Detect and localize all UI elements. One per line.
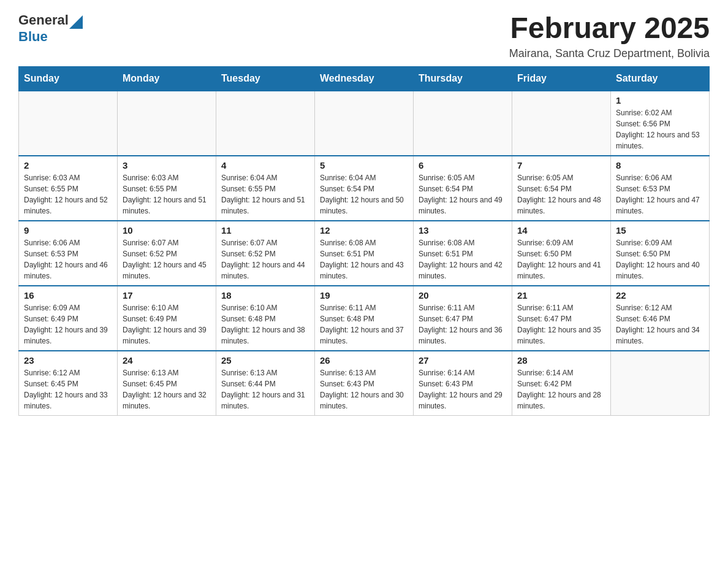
logo-general-text: General Blue	[18, 12, 83, 45]
day-number: 3	[123, 160, 211, 170]
calendar-table: SundayMondayTuesdayWednesdayThursdayFrid…	[18, 66, 710, 416]
weekday-header-sunday: Sunday	[19, 66, 118, 91]
day-info: Sunrise: 6:08 AMSunset: 6:51 PMDaylight:…	[320, 237, 408, 282]
day-number: 15	[616, 225, 704, 236]
day-info: Sunrise: 6:11 AMSunset: 6:47 PMDaylight:…	[419, 302, 507, 347]
calendar-cell: 20Sunrise: 6:11 AMSunset: 6:47 PMDayligh…	[414, 286, 512, 351]
day-number: 9	[24, 225, 112, 236]
calendar-cell	[118, 91, 216, 156]
day-info: Sunrise: 6:11 AMSunset: 6:48 PMDaylight:…	[320, 302, 408, 347]
calendar-cell: 1Sunrise: 6:02 AMSunset: 6:56 PMDaylight…	[611, 91, 710, 156]
calendar-title: February 2025	[509, 12, 710, 45]
day-number: 16	[24, 290, 112, 301]
calendar-cell: 17Sunrise: 6:10 AMSunset: 6:49 PMDayligh…	[118, 286, 216, 351]
day-info: Sunrise: 6:10 AMSunset: 6:48 PMDaylight:…	[221, 302, 309, 347]
calendar-cell	[19, 91, 118, 156]
day-info: Sunrise: 6:09 AMSunset: 6:50 PMDaylight:…	[616, 237, 704, 282]
day-info: Sunrise: 6:13 AMSunset: 6:45 PMDaylight:…	[123, 367, 211, 412]
day-number: 17	[123, 290, 211, 301]
calendar-cell: 14Sunrise: 6:09 AMSunset: 6:50 PMDayligh…	[512, 221, 611, 286]
day-info: Sunrise: 6:12 AMSunset: 6:46 PMDaylight:…	[616, 302, 704, 347]
calendar-week-row: 1Sunrise: 6:02 AMSunset: 6:56 PMDaylight…	[19, 91, 710, 156]
calendar-cell: 2Sunrise: 6:03 AMSunset: 6:55 PMDaylight…	[19, 156, 118, 221]
day-number: 27	[419, 355, 507, 366]
calendar-cell: 19Sunrise: 6:11 AMSunset: 6:48 PMDayligh…	[315, 286, 414, 351]
day-number: 23	[24, 355, 112, 366]
calendar-body: 1Sunrise: 6:02 AMSunset: 6:56 PMDaylight…	[19, 91, 710, 416]
calendar-cell: 12Sunrise: 6:08 AMSunset: 6:51 PMDayligh…	[315, 221, 414, 286]
day-number: 25	[221, 355, 309, 366]
calendar-cell: 18Sunrise: 6:10 AMSunset: 6:48 PMDayligh…	[216, 286, 315, 351]
calendar-cell: 15Sunrise: 6:09 AMSunset: 6:50 PMDayligh…	[611, 221, 710, 286]
calendar-cell: 8Sunrise: 6:06 AMSunset: 6:53 PMDaylight…	[611, 156, 710, 221]
weekday-header-wednesday: Wednesday	[315, 66, 414, 91]
calendar-subtitle: Mairana, Santa Cruz Department, Bolivia	[509, 47, 710, 60]
calendar-cell	[611, 351, 710, 416]
calendar-cell: 22Sunrise: 6:12 AMSunset: 6:46 PMDayligh…	[611, 286, 710, 351]
day-info: Sunrise: 6:06 AMSunset: 6:53 PMDaylight:…	[616, 172, 704, 216]
day-number: 10	[123, 225, 211, 236]
day-info: Sunrise: 6:04 AMSunset: 6:54 PMDaylight:…	[320, 172, 408, 216]
day-info: Sunrise: 6:11 AMSunset: 6:47 PMDaylight:…	[517, 302, 605, 347]
calendar-cell: 13Sunrise: 6:08 AMSunset: 6:51 PMDayligh…	[414, 221, 512, 286]
day-info: Sunrise: 6:05 AMSunset: 6:54 PMDaylight:…	[419, 172, 507, 216]
weekday-header-thursday: Thursday	[414, 66, 512, 91]
day-info: Sunrise: 6:07 AMSunset: 6:52 PMDaylight:…	[123, 237, 211, 282]
day-number: 19	[320, 290, 408, 301]
calendar-cell	[216, 91, 315, 156]
calendar-cell: 16Sunrise: 6:09 AMSunset: 6:49 PMDayligh…	[19, 286, 118, 351]
weekday-header-friday: Friday	[512, 66, 611, 91]
calendar-cell: 11Sunrise: 6:07 AMSunset: 6:52 PMDayligh…	[216, 221, 315, 286]
day-number: 24	[123, 355, 211, 366]
page-header: General Blue February 2025 Mairana, Sant…	[18, 12, 710, 60]
calendar-week-row: 9Sunrise: 6:06 AMSunset: 6:53 PMDaylight…	[19, 221, 710, 286]
day-number: 6	[419, 160, 507, 170]
calendar-header: SundayMondayTuesdayWednesdayThursdayFrid…	[19, 66, 710, 91]
day-info: Sunrise: 6:14 AMSunset: 6:42 PMDaylight:…	[517, 367, 605, 412]
day-number: 14	[517, 225, 605, 236]
day-info: Sunrise: 6:06 AMSunset: 6:53 PMDaylight:…	[24, 237, 112, 282]
calendar-cell	[315, 91, 414, 156]
calendar-cell: 7Sunrise: 6:05 AMSunset: 6:54 PMDaylight…	[512, 156, 611, 221]
day-number: 2	[24, 160, 112, 170]
calendar-week-row: 16Sunrise: 6:09 AMSunset: 6:49 PMDayligh…	[19, 286, 710, 351]
day-number: 12	[320, 225, 408, 236]
day-number: 22	[616, 290, 704, 301]
day-info: Sunrise: 6:10 AMSunset: 6:49 PMDaylight:…	[123, 302, 211, 347]
day-number: 11	[221, 225, 309, 236]
weekday-header-monday: Monday	[118, 66, 216, 91]
svg-marker-0	[69, 15, 83, 29]
day-number: 20	[419, 290, 507, 301]
day-info: Sunrise: 6:12 AMSunset: 6:45 PMDaylight:…	[24, 367, 112, 412]
day-info: Sunrise: 6:09 AMSunset: 6:50 PMDaylight:…	[517, 237, 605, 282]
day-number: 4	[221, 160, 309, 170]
day-number: 1	[616, 95, 704, 105]
day-number: 21	[517, 290, 605, 301]
calendar-week-row: 2Sunrise: 6:03 AMSunset: 6:55 PMDaylight…	[19, 156, 710, 221]
day-info: Sunrise: 6:08 AMSunset: 6:51 PMDaylight:…	[419, 237, 507, 282]
weekday-header-row: SundayMondayTuesdayWednesdayThursdayFrid…	[19, 66, 710, 91]
day-info: Sunrise: 6:14 AMSunset: 6:43 PMDaylight:…	[419, 367, 507, 412]
calendar-cell: 26Sunrise: 6:13 AMSunset: 6:43 PMDayligh…	[315, 351, 414, 416]
calendar-cell: 9Sunrise: 6:06 AMSunset: 6:53 PMDaylight…	[19, 221, 118, 286]
calendar-cell: 5Sunrise: 6:04 AMSunset: 6:54 PMDaylight…	[315, 156, 414, 221]
day-info: Sunrise: 6:13 AMSunset: 6:43 PMDaylight:…	[320, 367, 408, 412]
calendar-cell: 10Sunrise: 6:07 AMSunset: 6:52 PMDayligh…	[118, 221, 216, 286]
calendar-cell: 28Sunrise: 6:14 AMSunset: 6:42 PMDayligh…	[512, 351, 611, 416]
day-number: 7	[517, 160, 605, 170]
calendar-cell: 24Sunrise: 6:13 AMSunset: 6:45 PMDayligh…	[118, 351, 216, 416]
day-number: 26	[320, 355, 408, 366]
weekday-header-saturday: Saturday	[611, 66, 710, 91]
day-number: 8	[616, 160, 704, 170]
calendar-cell: 27Sunrise: 6:14 AMSunset: 6:43 PMDayligh…	[414, 351, 512, 416]
day-number: 28	[517, 355, 605, 366]
day-info: Sunrise: 6:13 AMSunset: 6:44 PMDaylight:…	[221, 367, 309, 412]
calendar-cell: 23Sunrise: 6:12 AMSunset: 6:45 PMDayligh…	[19, 351, 118, 416]
day-info: Sunrise: 6:05 AMSunset: 6:54 PMDaylight:…	[517, 172, 605, 216]
day-info: Sunrise: 6:03 AMSunset: 6:55 PMDaylight:…	[123, 172, 211, 216]
day-number: 5	[320, 160, 408, 170]
weekday-header-tuesday: Tuesday	[216, 66, 315, 91]
day-number: 13	[419, 225, 507, 236]
calendar-cell: 3Sunrise: 6:03 AMSunset: 6:55 PMDaylight…	[118, 156, 216, 221]
logo-triangle-icon	[69, 15, 83, 29]
